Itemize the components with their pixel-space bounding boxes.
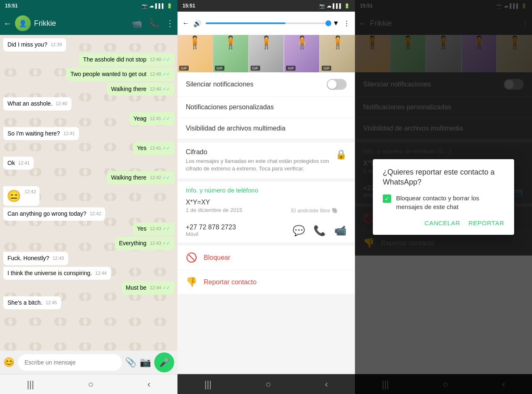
camera-button[interactable]: 📷 (140, 357, 151, 368)
audio-menu-icon[interactable]: ⋮ (343, 20, 350, 27)
msg-time-13: 12:43 ✓✓ (150, 226, 170, 232)
msg-time-14: 12:43 ✓✓ (150, 240, 170, 246)
msg-check-10: ✓✓ (163, 175, 170, 180)
gif-3[interactable]: 🧍 GIF (249, 35, 284, 72)
msg-14: Everything 12:43 ✓✓ (115, 237, 174, 250)
nav-menu-2[interactable]: ||| (204, 379, 212, 390)
block-label: Bloquear (204, 254, 230, 261)
back-button[interactable]: ← (3, 19, 12, 28)
block-action[interactable]: 🚫 Bloquear (177, 246, 355, 270)
msg-time-9: 12:41 (18, 160, 30, 166)
audio-dropdown-icon[interactable]: ▼ (332, 20, 339, 27)
dialog-cancel-button[interactable]: CANCELAR (424, 219, 460, 227)
msg-time-6: 12:41 ✓✓ (150, 116, 170, 122)
cifrado-item[interactable]: Cifrado Los mensajes y llamadas en este … (177, 143, 355, 178)
status-bar-2: 15:51 📷 ☁ ▌▌▌ 🔋 (177, 0, 355, 12)
dialog-buttons: CANCELAR REPORTAR (383, 219, 504, 227)
attach-button[interactable]: 📎 (125, 357, 136, 368)
back-arrow-audio[interactable]: ← (182, 20, 189, 27)
custom-notifications-label: Notificaciones personalizadas (186, 103, 274, 111)
settings-divider-2 (177, 178, 355, 182)
report-label: Reportar contacto (204, 278, 256, 286)
dialog-report-button[interactable]: REPORTAR (468, 219, 504, 227)
msg-text-17: Must be (126, 284, 147, 291)
msg-1: Did I miss you? 12:39 (3, 38, 66, 52)
phone-info: +27 72 878 2723 Móvil (186, 224, 236, 237)
emoji-button[interactable]: 😊 (3, 357, 15, 368)
msg-check-8: ✓✓ (163, 145, 170, 150)
avatar-image: 👤 (15, 15, 31, 31)
nav-home-2[interactable]: ○ (266, 379, 271, 390)
chat-input-bar: 😊 📎 📷 🎤 (0, 351, 177, 374)
setting-silence-notifications[interactable]: Silenciar notificaciones (177, 72, 355, 97)
media-visibility-label: Visibilidad de archivos multimedia (186, 125, 286, 132)
msg-9: Ok 12:41 (3, 157, 34, 170)
speaker-icon[interactable]: 🔊 (193, 20, 202, 27)
silence-toggle[interactable] (327, 79, 347, 90)
voice-call-button[interactable]: 📞 (149, 18, 159, 28)
camera-status-icon-2: 📷 (319, 3, 325, 9)
msg-3: Two people wanted to get out 12:40 ✓✓ (66, 68, 174, 81)
msg-12: Can anything go wrong today? 12:42 (3, 207, 105, 221)
nav-home-1[interactable]: ○ (88, 379, 94, 390)
chat-action-button[interactable]: 💬 (293, 225, 305, 236)
status-bar-1: 15:51 📷 ☁ ▌▌▌ 🔋 (0, 0, 177, 12)
nav-back-2[interactable]: ‹ (325, 379, 328, 390)
gif-person-1: 🧍 (177, 35, 212, 49)
msg-time-3: 12:40 ✓✓ (150, 71, 170, 77)
nav-menu-1[interactable]: ||| (27, 379, 34, 390)
msg-time-10: 12:42 ✓✓ (150, 175, 170, 181)
msg-text-10: Walking there (111, 174, 146, 181)
msg-text-8: Yes (137, 145, 147, 151)
video-call-button[interactable]: 📹 (132, 18, 142, 28)
msg-text-3: Two people wanted to get out (70, 71, 146, 77)
msg-text-4: Walking there (111, 86, 146, 92)
dialog-checkbox[interactable]: ✓ (383, 195, 391, 203)
status-time-2: 15:51 (182, 3, 195, 9)
msg-time-5: 12:40 (56, 101, 67, 107)
video-action-button[interactable]: 📹 (334, 225, 347, 236)
audio-bar: ← 🔊 ▼ ⋮ (177, 12, 355, 35)
msg-check-14: ✓✓ (163, 241, 170, 246)
dialog-overlay: ¿Quieres reportar este contacto a WhatsA… (355, 0, 532, 394)
gif-5[interactable]: 🧍 GIF (320, 35, 355, 72)
msg-time-7: 12:41 (63, 131, 75, 137)
gif-4[interactable]: 🧍 GIF (284, 35, 319, 72)
nav-back-1[interactable]: ‹ (148, 379, 150, 390)
msg-check-3: ✓✓ (163, 71, 170, 76)
call-action-button[interactable]: 📞 (313, 225, 326, 236)
camera-status-icon: 📷 (142, 3, 148, 9)
msg-time-12: 12:42 (90, 211, 101, 217)
cifrado-title: Cifrado (186, 148, 330, 156)
gif-2[interactable]: 🧍 GIF (213, 35, 248, 72)
audio-progress-bar[interactable] (206, 22, 328, 24)
gif-person-2: 🧍 (213, 35, 248, 49)
msg-time-8: 12:41 ✓✓ (150, 145, 170, 151)
settings-divider-1 (177, 139, 355, 143)
msg-text-12: Can anything go wrong today? (7, 210, 86, 217)
mic-button[interactable]: 🎤 (154, 352, 174, 372)
msg-2: The asshole did not stop 12:40 ✓✓ (79, 53, 174, 66)
report-icon: 👎 (186, 277, 197, 288)
contact-detail-name: X*Y=XY (186, 199, 210, 206)
msg-text-5: What an asshole. (7, 100, 52, 107)
msg-4: Walking there 12:40 ✓✓ (107, 83, 174, 96)
battery-icon-2: 🔋 (344, 3, 350, 9)
report-action[interactable]: 👎 Reportar contacto (177, 270, 355, 295)
message-input[interactable] (18, 354, 122, 371)
watermark-text: El androide libre 🐘 (291, 207, 338, 214)
msg-text-13: Yes (137, 225, 147, 232)
chat-panel: 15:51 📷 ☁ ▌▌▌ 🔋 ← 👤 Frikkie 📹 📞 ⋮ Did I … (0, 0, 177, 394)
gif-1[interactable]: 🧍 GIF (177, 35, 212, 72)
phone-section: +27 72 878 2723 Móvil 💬 📞 📹 (177, 219, 355, 242)
gif-label-4: GIF (286, 66, 296, 71)
menu-button-1[interactable]: ⋮ (166, 18, 174, 28)
setting-media-visibility[interactable]: Visibilidad de archivos multimedia (177, 118, 355, 139)
gif-person-5: 🧍 (320, 35, 355, 49)
cloud-status-icon-2: ☁ (327, 3, 331, 9)
audio-progress-dot (325, 20, 331, 26)
setting-custom-notifications[interactable]: Notificaciones personalizadas (177, 97, 355, 118)
chat-messages: Did I miss you? 12:39 The asshole did no… (0, 35, 177, 351)
contact-name[interactable]: Frikkie (34, 19, 128, 28)
msg-text-1: Did I miss you? (7, 41, 47, 48)
